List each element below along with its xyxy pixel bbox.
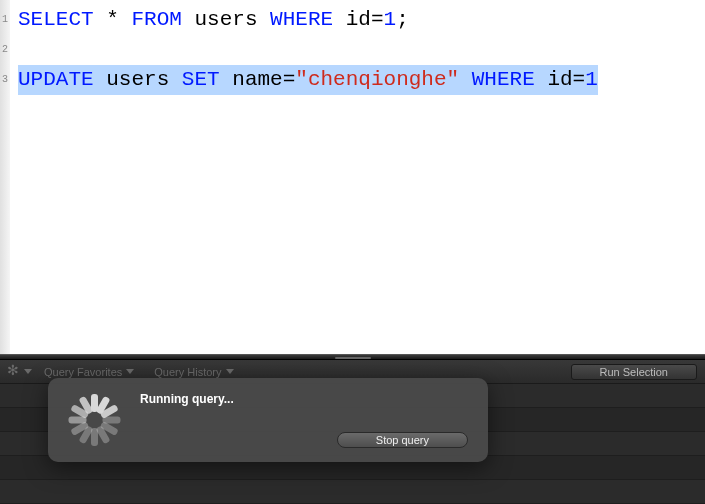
chevron-down-icon[interactable] bbox=[24, 369, 32, 374]
code-line: UPDATE users SET name="chenqionghe" WHER… bbox=[18, 65, 697, 95]
overlay-title: Running query... bbox=[140, 392, 472, 406]
code-line: SELECT * FROM users WHERE id=1; bbox=[18, 5, 697, 35]
run-selection-button[interactable]: Run Selection bbox=[571, 364, 698, 380]
line-number: 1 bbox=[0, 5, 10, 35]
line-number-gutter: 1 2 3 bbox=[0, 0, 10, 354]
line-number: 3 bbox=[0, 65, 10, 95]
query-history-dropdown[interactable]: Query History bbox=[146, 366, 241, 378]
stop-query-button[interactable]: Stop query bbox=[337, 432, 468, 448]
query-favorites-dropdown[interactable]: Query Favorites bbox=[36, 366, 142, 378]
code-area[interactable]: SELECT * FROM users WHERE id=1; UPDATE u… bbox=[10, 0, 705, 354]
query-history-label: Query History bbox=[154, 366, 221, 378]
query-favorites-label: Query Favorites bbox=[44, 366, 122, 378]
gear-icon[interactable] bbox=[8, 366, 20, 378]
table-row bbox=[0, 480, 705, 504]
sql-editor[interactable]: 1 2 3 SELECT * FROM users WHERE id=1; UP… bbox=[0, 0, 705, 354]
chevron-down-icon bbox=[226, 369, 234, 374]
spinner-icon bbox=[64, 390, 124, 450]
running-query-overlay: Running query... Stop query bbox=[48, 378, 488, 462]
chevron-down-icon bbox=[126, 369, 134, 374]
code-line bbox=[18, 35, 697, 65]
line-number: 2 bbox=[0, 35, 10, 65]
